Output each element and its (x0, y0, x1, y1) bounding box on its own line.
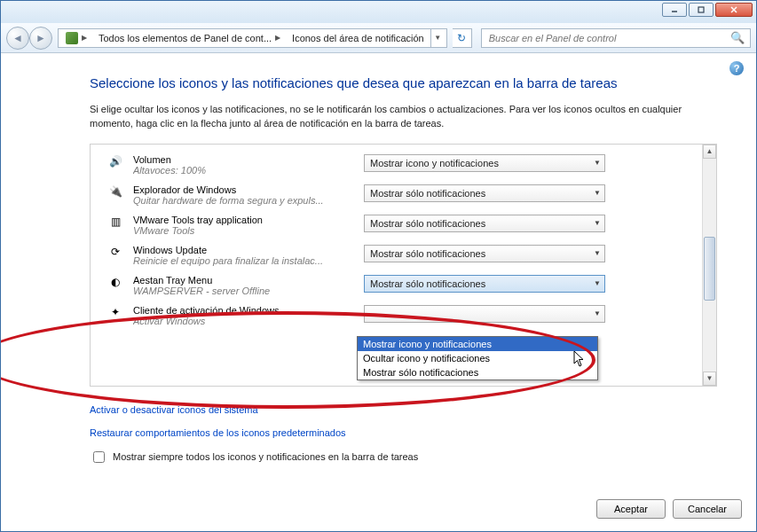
forward-button[interactable]: ► (29, 27, 52, 50)
wamp-icon: ◐ (108, 275, 122, 289)
search-input[interactable] (487, 32, 730, 44)
scroll-thumb[interactable] (704, 237, 715, 301)
row-text: Aestan Tray MenuWAMPSERVER - server Offl… (133, 275, 353, 296)
icon-row: ▥VMware Tools tray applicationVMware Too… (91, 210, 702, 240)
behavior-combo[interactable]: Mostrar sólo notificaciones▼ (364, 275, 605, 293)
scroll-down-button[interactable]: ▼ (703, 372, 716, 386)
dropdown-option[interactable]: Ocultar icono y notificaciones (358, 351, 597, 365)
breadcrumb-seg-all[interactable]: Todos los elementos de Panel de cont... … (93, 29, 287, 47)
row-text: Explorador de WindowsQuitar hardware de … (133, 184, 353, 206)
row-subtitle: Quitar hardware de forma segura y expuls… (133, 195, 353, 206)
row-title: VMware Tools tray application (133, 215, 353, 225)
back-button[interactable]: ◄ (6, 27, 29, 50)
row-text: Windows UpdateReinicie el equipo para fi… (133, 245, 353, 266)
scrollbar[interactable]: ▲ ▼ (702, 145, 716, 386)
page-title: Seleccione los iconos y las notificacion… (90, 75, 726, 90)
chevron-right-icon: ▶ (275, 34, 280, 42)
behavior-combo[interactable]: ▼ (364, 305, 605, 323)
refresh-button[interactable]: ↻ (453, 28, 472, 48)
links-section: Activar o desactivar iconos del sistema … (90, 387, 726, 466)
row-title: Windows Update (133, 245, 353, 255)
ok-button[interactable]: Aceptar (596, 499, 666, 519)
always-show-checkbox[interactable] (93, 451, 105, 463)
window-titlebar (1, 1, 756, 23)
checkbox-label: Mostrar siempre todos los iconos y notif… (113, 451, 418, 462)
usb-icon: 🔌 (108, 184, 122, 199)
combo-value: Mostrar sólo notificaciones (370, 218, 485, 229)
help-icon[interactable]: ? (729, 61, 744, 75)
combo-value: Mostrar sólo notificaciones (370, 188, 485, 199)
breadcrumb-label: Todos los elementos de Panel de cont... (99, 33, 272, 43)
row-text: Cliente de activación de WindowsActivar … (133, 305, 353, 326)
icon-row: ◐Aestan Tray MenuWAMPSERVER - server Off… (91, 270, 702, 301)
icon-row: 🔊VolumenAltavoces: 100%Mostrar icono y n… (91, 150, 702, 180)
chevron-right-icon: ▶ (82, 34, 87, 42)
row-title: Volumen (133, 154, 353, 165)
link-restore-defaults[interactable]: Restaurar comportamientos de los iconos … (90, 427, 346, 438)
maximize-button[interactable] (689, 3, 714, 17)
vmware-icon: ▥ (108, 215, 122, 229)
link-system-icons[interactable]: Activar o desactivar iconos del sistema (90, 404, 258, 415)
icon-row: ✦Cliente de activación de WindowsActivar… (91, 301, 702, 331)
icon-row: ⟳Windows UpdateReinicie el equipo para f… (91, 240, 702, 270)
breadcrumb-dropdown[interactable]: ▼ (430, 29, 445, 47)
search-icon[interactable]: 🔍 (730, 31, 745, 44)
minimize-button[interactable] (662, 3, 687, 17)
row-subtitle: VMware Tools (133, 225, 353, 236)
row-text: VMware Tools tray applicationVMware Tool… (133, 215, 353, 236)
svg-rect-1 (698, 7, 704, 12)
volume-icon: 🔊 (108, 154, 122, 168)
icon-list-panel: 🔊VolumenAltavoces: 100%Mostrar icono y n… (90, 144, 717, 387)
row-subtitle: WAMPSERVER - server Offline (133, 286, 353, 296)
combo-value: Mostrar sólo notificaciones (370, 278, 485, 289)
page-body: ? Seleccione los iconos y las notificaci… (1, 54, 756, 531)
combo-value: Mostrar sólo notificaciones (370, 248, 485, 259)
breadcrumb-seg-current[interactable]: Iconos del área de notificación (287, 29, 430, 47)
scroll-up-button[interactable]: ▲ (703, 145, 716, 159)
behavior-combo[interactable]: Mostrar sólo notificaciones▼ (364, 245, 605, 262)
chevron-down-icon: ▼ (594, 159, 601, 167)
row-text: VolumenAltavoces: 100% (133, 154, 353, 176)
control-panel-icon (66, 32, 78, 44)
row-title: Aestan Tray Menu (133, 275, 353, 286)
update-icon: ⟳ (108, 245, 122, 259)
chevron-down-icon: ▼ (594, 309, 601, 317)
row-subtitle: Activar Windows (133, 316, 353, 326)
page-intro: Si elige ocultar los iconos y las notifi… (90, 103, 726, 131)
close-button[interactable] (715, 3, 753, 17)
dropdown-option[interactable]: Mostrar sólo notificaciones (358, 365, 597, 379)
behavior-combo[interactable]: Mostrar sólo notificaciones▼ (364, 215, 605, 232)
row-subtitle: Altavoces: 100% (133, 165, 353, 176)
row-title: Cliente de activación de Windows (133, 305, 353, 316)
control-panel-window: ◄ ► ▶ Todos los elementos de Panel de co… (0, 0, 757, 532)
chevron-down-icon: ▼ (594, 249, 601, 257)
behavior-combo[interactable]: Mostrar icono y notificaciones▼ (364, 154, 605, 172)
dialog-footer: Aceptar Cancelar (596, 499, 742, 519)
search-box[interactable]: 🔍 (481, 28, 751, 48)
cancel-button[interactable]: Cancelar (673, 499, 742, 519)
breadcrumb-label: Iconos del área de notificación (292, 33, 424, 43)
icon-row: 🔌Explorador de WindowsQuitar hardware de… (91, 180, 702, 210)
behavior-combo[interactable]: Mostrar sólo notificaciones▼ (364, 184, 605, 202)
activation-icon: ✦ (108, 305, 122, 319)
scroll-track[interactable] (703, 159, 716, 372)
chevron-down-icon: ▼ (594, 219, 601, 227)
behavior-dropdown[interactable]: Mostrar icono y notificacionesOcultar ic… (357, 336, 598, 380)
chevron-down-icon: ▼ (594, 279, 601, 287)
chevron-down-icon: ▼ (594, 189, 601, 197)
combo-value: Mostrar icono y notificaciones (370, 158, 499, 168)
dropdown-option[interactable]: Mostrar icono y notificaciones (358, 337, 597, 351)
row-title: Explorador de Windows (133, 184, 353, 195)
breadcrumb-root[interactable]: ▶ (60, 29, 93, 47)
navigation-bar: ◄ ► ▶ Todos los elementos de Panel de co… (1, 23, 756, 53)
breadcrumb[interactable]: ▶ Todos los elementos de Panel de cont..… (58, 28, 447, 48)
row-subtitle: Reinicie el equipo para finalizar la ins… (133, 255, 353, 266)
always-show-checkbox-row: Mostrar siempre todos los iconos y notif… (90, 449, 726, 466)
